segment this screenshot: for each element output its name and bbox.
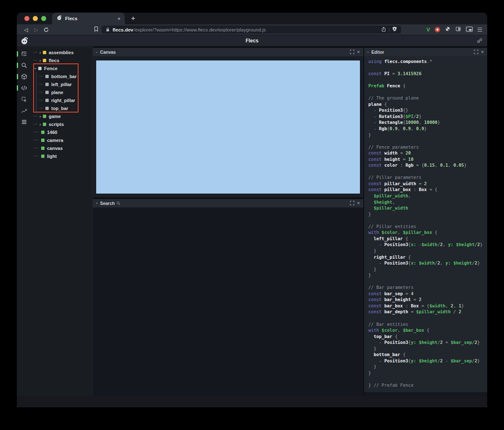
chevron-right-icon[interactable]: ›	[38, 50, 42, 55]
url-bar[interactable]: flecs.dev /explorer/?wasm=https://www.fl…	[102, 26, 401, 34]
code-line[interactable]: top_bar {	[368, 333, 487, 340]
code-line[interactable]: $height,	[368, 199, 487, 205]
code-line[interactable]: - Rectangle{10000, 10000}	[368, 119, 487, 126]
code-line[interactable]	[368, 65, 487, 71]
chevron-right-icon[interactable]: ›	[38, 114, 42, 119]
code-line[interactable]: with $color, $bar_box {	[368, 327, 487, 333]
extension-adblock-icon[interactable]	[435, 27, 440, 32]
new-tab-button[interactable]: +	[131, 13, 135, 24]
share-icon[interactable]	[381, 26, 386, 34]
code-line[interactable]: const pillar_width = 2	[368, 181, 487, 187]
code-line[interactable]: // Pillar entities	[368, 223, 487, 230]
code-line[interactable]: } // Prefab Fence	[368, 382, 487, 388]
code-line[interactable]: const color : Rgb = {0.15, 0.1, 0.05}	[368, 162, 487, 168]
minimize-window-button[interactable]	[33, 16, 38, 21]
extension-v-icon[interactable]: V	[426, 26, 430, 33]
code-line[interactable]: }	[368, 248, 487, 254]
panel-dot-icon[interactable]: •	[96, 201, 97, 205]
zoom-window-button[interactable]	[41, 16, 46, 21]
code-line[interactable]: }	[368, 370, 487, 376]
code-line[interactable]: const bar_height = 2	[368, 296, 487, 303]
close-window-button[interactable]	[24, 16, 29, 21]
stats-icon[interactable]	[17, 116, 32, 128]
shield-icon[interactable]	[392, 26, 397, 34]
code-line[interactable]	[368, 77, 487, 83]
code-line[interactable]	[368, 278, 487, 285]
code-line[interactable]: const bar_depth = $pillar_width / 2	[368, 309, 487, 315]
expand-icon[interactable]	[350, 199, 354, 207]
tree-view-icon[interactable]	[17, 48, 32, 60]
tree-item-canvas[interactable]: canvas	[32, 144, 92, 152]
code-line[interactable]: const width = 20	[368, 150, 487, 156]
code-line[interactable]: Prefab Fence {	[368, 83, 487, 89]
3d-viewport[interactable]	[96, 60, 360, 194]
wallet-card-icon[interactable]	[466, 26, 473, 34]
link-icon[interactable]	[476, 37, 483, 46]
code-line[interactable]: // Fence parameters	[368, 144, 487, 150]
tree-item-light[interactable]: light	[32, 152, 92, 160]
code-line[interactable]	[368, 315, 487, 321]
search-panel-header[interactable]: • Search ×	[93, 199, 363, 207]
tree-item-camera[interactable]: camera	[32, 136, 92, 144]
tree-item-1460[interactable]: 1460	[32, 128, 92, 136]
tab-close-icon[interactable]: ×	[117, 16, 121, 22]
code-line[interactable]: const bar_box : Box = {$width, 2, 1}	[368, 303, 487, 309]
code-line[interactable]: }	[368, 346, 487, 352]
tree-item-scripts[interactable]: ›scripts	[32, 120, 92, 128]
canvas-panel-header[interactable]: › Canvas ×	[93, 48, 363, 56]
code-line[interactable]: - Rgb{0.9, 0.9, 0.9}	[368, 126, 487, 132]
code-line[interactable]	[368, 217, 487, 223]
code-line[interactable]: - Position3{y: $height/2 - $bar_sep/2}	[368, 358, 487, 364]
search-icon[interactable]	[17, 60, 32, 71]
tree-item-game[interactable]: ›game	[32, 112, 92, 120]
code-line[interactable]: using flecs.components.*	[368, 58, 487, 65]
code-line[interactable]: left_pillar {	[368, 236, 487, 242]
code-icon[interactable]	[17, 82, 32, 94]
code-line[interactable]: $pillar_width	[368, 205, 487, 211]
code-line[interactable]: bottom_bar {	[368, 351, 487, 358]
close-icon[interactable]: ×	[481, 49, 484, 55]
code-line[interactable]: }	[368, 272, 487, 278]
forward-button[interactable]: ▷	[32, 24, 40, 35]
editor-panel-header[interactable]: › Editor ×	[364, 48, 487, 56]
code-line[interactable]: const bar_sep = 4	[368, 291, 487, 297]
inspect-icon[interactable]	[17, 94, 32, 105]
code-line[interactable]: }	[368, 266, 487, 273]
chevron-right-icon[interactable]: ›	[38, 122, 42, 127]
code-line[interactable]: plane {	[368, 101, 487, 108]
code-line[interactable]: const height = 10	[368, 156, 487, 163]
code-line[interactable]: // Pillar parameters	[368, 174, 487, 181]
code-editor[interactable]: using flecs.components.* const PI = 3.14…	[364, 56, 487, 392]
code-line[interactable]	[368, 89, 487, 95]
extensions-puzzle-icon[interactable]	[445, 26, 451, 34]
code-line[interactable]: // The ground plane	[368, 95, 487, 101]
code-line[interactable]: - Position3{x: $width/2, y: $height/2}	[368, 260, 487, 266]
chart-icon[interactable]	[17, 105, 32, 116]
expand-icon[interactable]	[350, 48, 354, 56]
code-line[interactable]	[368, 138, 487, 144]
code-line[interactable]	[368, 376, 487, 382]
code-line[interactable]: const PI = 3.1415926	[368, 71, 487, 77]
menu-hamburger-icon[interactable]	[478, 28, 482, 32]
close-icon[interactable]: ×	[357, 49, 360, 55]
code-line[interactable]	[368, 168, 487, 175]
code-line[interactable]: // Bar parameters	[368, 284, 487, 291]
code-line[interactable]: }	[368, 211, 487, 218]
code-line[interactable]: - Position3{x: -$width/2, y: $height/2}	[368, 241, 487, 248]
chevron-down-icon[interactable]: ›	[366, 51, 370, 52]
reload-icon[interactable]	[42, 24, 50, 35]
cube-icon[interactable]	[17, 71, 32, 82]
code-line[interactable]: }	[368, 132, 487, 138]
close-icon[interactable]: ×	[357, 200, 360, 206]
code-line[interactable]: - Position3{y: $height/2 + $bar_sep/2}	[368, 339, 487, 346]
code-line[interactable]: // Bar entities	[368, 321, 487, 328]
bookmark-icon[interactable]	[93, 26, 99, 34]
code-line[interactable]: - Rotation3{$PI/2}	[368, 113, 487, 120]
code-line[interactable]: const pillar_box : Box = {	[368, 186, 487, 193]
code-line[interactable]: with $color, $pillar_box {	[368, 229, 487, 236]
chevron-right-icon[interactable]: ›	[38, 58, 42, 63]
expand-icon[interactable]	[474, 48, 478, 56]
sidebar-toggle-icon[interactable]	[455, 26, 461, 34]
browser-tab[interactable]: Flecs ×	[52, 13, 125, 24]
tree-item-assemblies[interactable]: ›assemblies	[32, 48, 92, 56]
